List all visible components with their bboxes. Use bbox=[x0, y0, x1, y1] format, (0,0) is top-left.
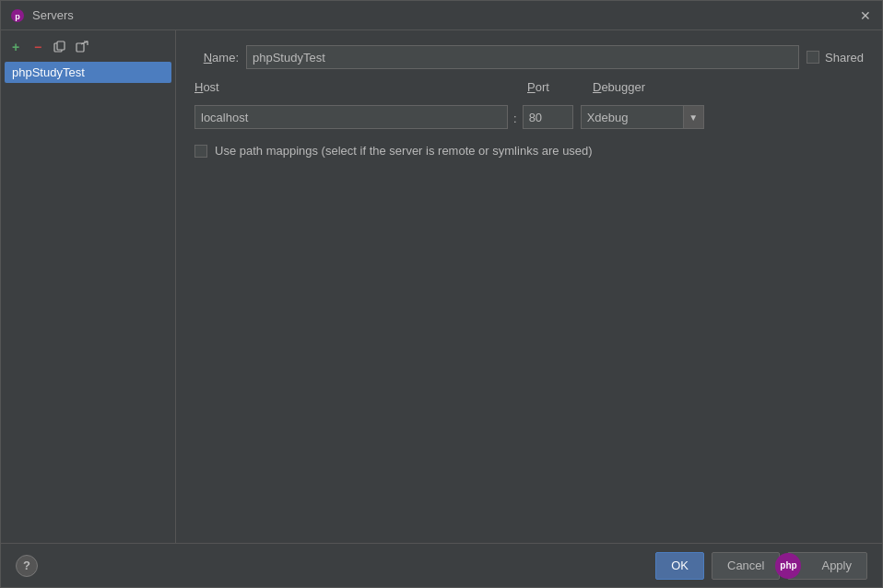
add-button[interactable]: + bbox=[6, 38, 25, 56]
title-bar: p Servers ✕ bbox=[1, 1, 882, 30]
dropdown-arrow-icon[interactable]: ▼ bbox=[683, 106, 703, 128]
app-icon: p bbox=[10, 8, 25, 23]
copy-button[interactable] bbox=[51, 38, 69, 56]
cancel-button[interactable]: Cancel bbox=[712, 552, 780, 580]
shared-label: Shared bbox=[825, 51, 864, 65]
close-button[interactable]: ✕ bbox=[858, 8, 873, 23]
host-input[interactable] bbox=[194, 105, 508, 129]
bottom-bar: ? OK Cancel php Apply bbox=[1, 543, 882, 587]
sidebar: + − phpStudyTest bbox=[1, 30, 176, 543]
name-section: Name: bbox=[194, 45, 799, 69]
name-label: Name: bbox=[194, 51, 239, 65]
svg-rect-4 bbox=[77, 43, 84, 52]
path-mapping-label: Use path mappings (select if the server … bbox=[215, 144, 593, 158]
ok-button[interactable]: OK bbox=[655, 552, 704, 580]
move-button[interactable] bbox=[73, 38, 91, 56]
debugger-label: Debugger bbox=[593, 80, 645, 94]
name-shared-row: Name: Shared bbox=[194, 45, 864, 69]
dialog: p Servers ✕ + − bbox=[0, 0, 883, 588]
main-panel: Name: Shared Host Port Debugger bbox=[176, 30, 882, 543]
debugger-header: Debugger bbox=[593, 80, 645, 94]
sidebar-item-phpStudyTest[interactable]: phpStudyTest bbox=[5, 62, 171, 83]
php-badge-icon: php bbox=[775, 553, 801, 579]
debugger-select-wrapper: Xdebug Zend Debugger ▼ bbox=[581, 105, 704, 129]
svg-text:p: p bbox=[15, 12, 20, 21]
path-mapping-checkbox[interactable] bbox=[194, 145, 207, 158]
sidebar-toolbar: + − bbox=[5, 34, 171, 62]
debugger-select[interactable]: Xdebug Zend Debugger bbox=[582, 106, 683, 128]
name-input[interactable] bbox=[246, 45, 799, 69]
bottom-buttons: OK Cancel php Apply bbox=[655, 552, 867, 580]
port-input[interactable] bbox=[523, 105, 573, 129]
port-header: Port bbox=[527, 80, 578, 94]
host-header: Host bbox=[194, 80, 508, 94]
apply-button[interactable]: php Apply bbox=[787, 552, 867, 580]
help-button[interactable]: ? bbox=[16, 555, 38, 577]
colon-separator: : bbox=[508, 112, 523, 129]
path-mapping-row: Use path mappings (select if the server … bbox=[194, 144, 864, 158]
host-port-headers: Host Port Debugger bbox=[194, 80, 864, 94]
host-label: Host bbox=[194, 80, 219, 94]
port-label: Port bbox=[527, 80, 549, 94]
content-area: + − phpStudyTest bbox=[1, 30, 882, 543]
shared-section: Shared bbox=[806, 51, 864, 65]
dialog-title: Servers bbox=[32, 8, 858, 22]
host-port-row: : Xdebug Zend Debugger ▼ bbox=[194, 105, 864, 129]
remove-button[interactable]: − bbox=[29, 38, 47, 56]
svg-rect-3 bbox=[57, 41, 65, 50]
shared-checkbox[interactable] bbox=[806, 51, 819, 64]
